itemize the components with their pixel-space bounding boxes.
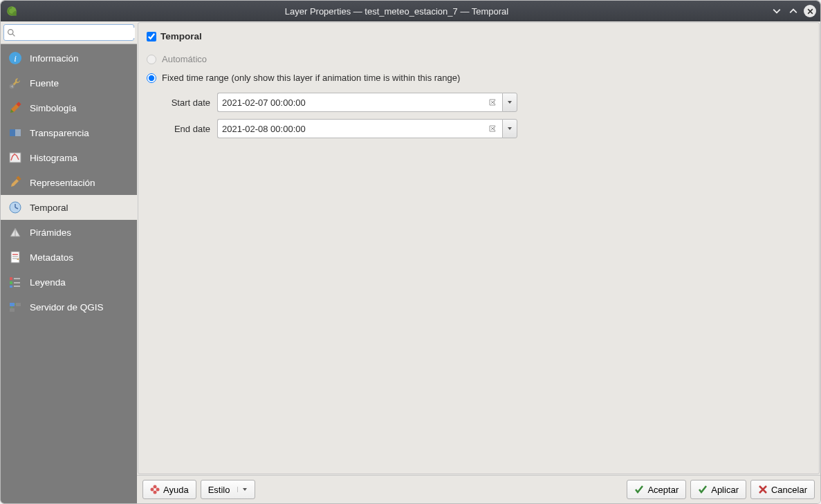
ok-button-label: Aceptar — [647, 485, 679, 495]
temporal-enable-row: Temporal — [147, 28, 811, 50]
temporal-section-label: Temporal — [160, 31, 202, 41]
legend-icon — [8, 274, 23, 290]
start-date-value: 2021-02-07 00:00:00 — [222, 97, 306, 108]
sidebar-item-label: Metadatos — [30, 252, 73, 263]
end-date-field: 2021-02-08 00:00:00 — [217, 119, 517, 138]
sidebar-item-render[interactable]: Representación — [1, 170, 137, 195]
dialog-window: Layer Properties — test_meteo_estacion_7… — [0, 0, 821, 504]
cancel-button-label: Cancelar — [771, 485, 807, 495]
sidebar-item-source[interactable]: Fuente — [1, 71, 137, 95]
sidebar-item-label: Simbología — [30, 103, 77, 113]
svg-rect-28 — [10, 308, 15, 312]
sidebar-item-metadata[interactable]: Metadatos — [1, 245, 137, 270]
date-grid: Start date 2021-02-07 00:00:00 End date — [147, 93, 811, 138]
svg-point-31 — [151, 488, 154, 492]
sidebar-item-label: Transparencia — [30, 128, 89, 138]
minimize-button[interactable] — [771, 5, 783, 17]
wrench-icon — [8, 75, 23, 91]
sidebar-item-info[interactable]: i Información — [1, 46, 137, 71]
help-button-label: Ayuda — [163, 485, 189, 495]
close-button[interactable] — [804, 5, 816, 17]
sidebar-item-label: Fuente — [30, 78, 59, 88]
temporal-panel: Temporal Automático Fixed time range (on… — [138, 22, 820, 474]
apply-button[interactable]: Aplicar — [690, 480, 746, 499]
style-dropdown-icon — [237, 487, 248, 492]
mode-fixed-row: Fixed time range (only show this layer i… — [147, 68, 811, 87]
titlebar[interactable]: Layer Properties — test_meteo_estacion_7… — [1, 1, 820, 21]
window-title: Layer Properties — test_meteo_estacion_7… — [23, 6, 771, 17]
nav-list: i Información Fuente Simbología — [1, 44, 137, 503]
svg-rect-20 — [10, 277, 12, 280]
mode-fixed-radio[interactable] — [147, 73, 156, 83]
sidebar-item-label: Leyenda — [30, 277, 66, 288]
end-date-label: End date — [152, 124, 213, 134]
transparency-icon — [8, 125, 23, 140]
sidebar-item-temporal[interactable]: Temporal — [1, 195, 137, 220]
sidebar-item-label: Representación — [30, 178, 95, 188]
sidebar-item-pyramids[interactable]: Pirámides — [1, 220, 137, 245]
svg-point-35 — [154, 489, 156, 491]
svg-line-3 — [12, 34, 15, 36]
search-box[interactable] — [3, 24, 134, 41]
svg-point-2 — [8, 29, 13, 34]
start-date-input[interactable]: 2021-02-07 00:00:00 — [217, 93, 502, 112]
sidebar-item-symbology[interactable]: Simbología — [1, 95, 137, 120]
mode-auto-row: Automático — [147, 50, 811, 68]
svg-text:i: i — [14, 53, 17, 64]
style-button[interactable]: Estilo — [201, 480, 256, 499]
start-date-field: 2021-02-07 00:00:00 — [217, 93, 517, 112]
svg-point-33 — [154, 485, 157, 489]
server-icon — [8, 299, 23, 315]
svg-rect-26 — [10, 303, 15, 306]
mode-auto-label: Automático — [162, 54, 207, 64]
search-input[interactable] — [19, 28, 135, 38]
svg-point-34 — [154, 491, 157, 494]
info-icon: i — [8, 50, 23, 66]
apply-button-label: Aplicar — [711, 485, 739, 495]
start-date-clear-icon[interactable] — [487, 97, 498, 108]
sidebar-item-histogram[interactable]: Histograma — [1, 145, 137, 170]
brush-icon — [8, 100, 23, 115]
histogram-icon — [8, 150, 23, 165]
start-date-dropdown-button[interactable] — [502, 93, 517, 112]
svg-rect-22 — [10, 286, 12, 288]
mode-auto-radio — [147, 55, 156, 64]
sidebar-item-legend[interactable]: Leyenda — [1, 270, 137, 295]
search-container — [1, 21, 137, 44]
temporal-enable-checkbox[interactable] — [147, 32, 156, 41]
dialog-footer: Ayuda Estilo Aceptar — [137, 475, 820, 503]
start-date-label: Start date — [152, 97, 213, 108]
svg-rect-21 — [10, 281, 12, 284]
cancel-icon — [758, 485, 768, 494]
svg-rect-1 — [13, 12, 17, 16]
sidebar: i Información Fuente Simbología — [1, 21, 137, 503]
mode-fixed-label: Fixed time range (only show this layer i… — [162, 73, 460, 83]
style-button-label: Estilo — [208, 485, 230, 495]
qgis-icon — [5, 4, 19, 18]
content-pane: Temporal Automático Fixed time range (on… — [137, 21, 820, 503]
sidebar-item-label: Servidor de QGIS — [30, 302, 104, 312]
svg-point-32 — [156, 488, 160, 492]
help-icon — [150, 485, 160, 494]
document-icon — [8, 250, 23, 265]
apply-icon — [698, 485, 708, 494]
sidebar-item-label: Histograma — [30, 153, 77, 163]
end-date-dropdown-button[interactable] — [502, 119, 517, 138]
maximize-button[interactable] — [787, 5, 800, 17]
dialog-body: i Información Fuente Simbología — [1, 21, 820, 503]
svg-rect-27 — [16, 303, 21, 306]
sidebar-item-server[interactable]: Servidor de QGIS — [1, 295, 137, 319]
svg-rect-16 — [11, 252, 19, 263]
end-date-input[interactable]: 2021-02-08 00:00:00 — [217, 119, 502, 138]
sidebar-item-transparency[interactable]: Transparencia — [1, 120, 137, 145]
end-date-value: 2021-02-08 00:00:00 — [222, 124, 306, 134]
sidebar-item-label: Pirámides — [30, 227, 71, 238]
sidebar-item-label: Información — [30, 53, 79, 64]
cancel-button[interactable]: Cancelar — [750, 480, 815, 499]
sidebar-item-label: Temporal — [30, 203, 68, 213]
help-button[interactable]: Ayuda — [142, 480, 196, 499]
pyramid-icon — [8, 225, 23, 240]
ok-button[interactable]: Aceptar — [627, 480, 686, 499]
end-date-clear-icon[interactable] — [487, 123, 498, 134]
ok-icon — [634, 485, 644, 494]
